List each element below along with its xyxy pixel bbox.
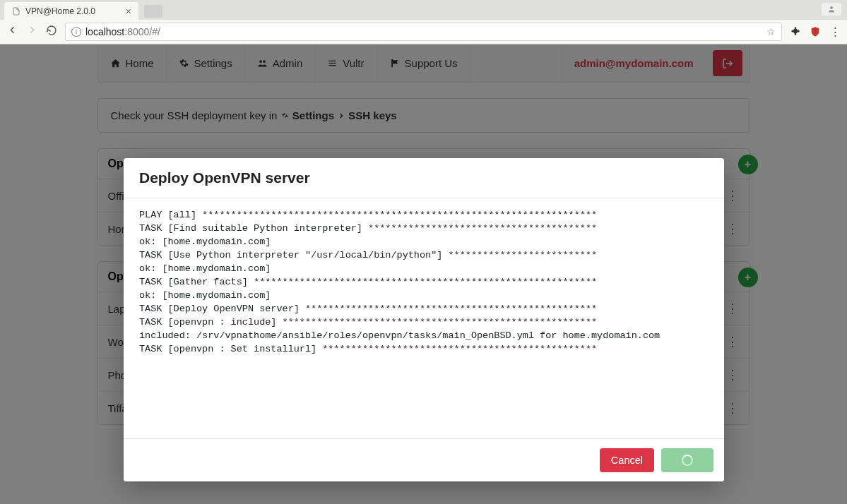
forward-button[interactable] [25, 24, 38, 40]
deploy-modal: Deploy OpenVPN server PLAY [all] *******… [124, 158, 724, 481]
url-text: localhost:8000/#/ [85, 26, 160, 37]
browser-tab[interactable]: VPN@Home 2.0.0 × [4, 2, 138, 20]
cancel-button[interactable]: Cancel [600, 448, 654, 472]
browser-menu-button[interactable]: ⋮ [829, 25, 841, 40]
page-favicon [11, 6, 21, 16]
deploy-log: PLAY [all] *****************************… [139, 208, 709, 356]
browser-chrome: VPN@Home 2.0.0 × i localhost:8000/#/ ☆ ⋮ [0, 0, 847, 44]
tab-strip: VPN@Home 2.0.0 × [0, 0, 847, 20]
tab-title: VPN@Home 2.0.0 [25, 6, 95, 16]
modal-body: PLAY [all] *****************************… [124, 198, 724, 438]
confirm-button-loading[interactable] [661, 448, 713, 472]
back-button[interactable] [6, 24, 18, 40]
page: Home Settings Admin Vultr Support Us adm… [0, 44, 847, 504]
reload-button[interactable] [45, 25, 58, 40]
modal-title: Deploy OpenVPN server [139, 169, 709, 186]
bookmark-star-icon[interactable]: ☆ [766, 26, 776, 37]
close-tab-icon[interactable]: × [126, 6, 131, 16]
extension-ublock-icon[interactable] [809, 25, 822, 38]
address-bar: i localhost:8000/#/ ☆ ⋮ [0, 20, 847, 44]
extension-gnome-icon[interactable] [789, 25, 802, 38]
url-field[interactable]: i localhost:8000/#/ ☆ [65, 23, 782, 41]
modal-footer: Cancel [124, 438, 724, 481]
new-tab-button[interactable] [144, 5, 162, 18]
site-info-icon[interactable]: i [71, 27, 81, 37]
profile-badge[interactable] [822, 3, 841, 16]
spinner-icon [682, 455, 693, 466]
svg-point-0 [830, 6, 833, 9]
modal-header: Deploy OpenVPN server [124, 158, 724, 198]
